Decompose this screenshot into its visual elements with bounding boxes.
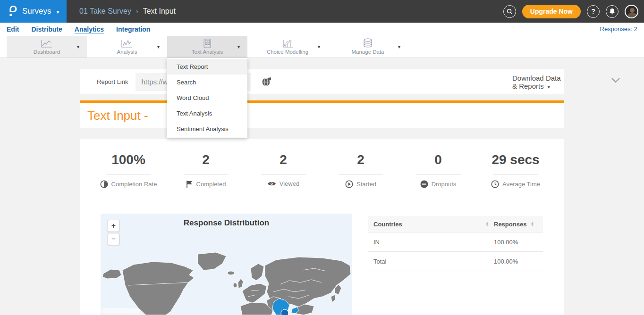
search-icon[interactable]: [503, 5, 516, 18]
tab-analysis[interactable]: Analysis ▾: [87, 36, 167, 58]
countries-table-header: Countries ▲▼ Responses ▲▼: [368, 216, 543, 232]
download-caret-icon: ▾: [548, 84, 550, 90]
database-icon: [362, 39, 373, 48]
report-content-panel: 100% Completion Rate 2 Completed: [80, 139, 564, 315]
nav-item-edit[interactable]: Edit: [7, 25, 19, 33]
report-link-bar: Report Link https://ww Download Data & R…: [80, 69, 564, 94]
tab-choice-modelling[interactable]: Choice Modelling ▾: [247, 36, 328, 58]
menu-item-sentiment-analysis[interactable]: Sentiment Analysis: [167, 121, 247, 137]
survey-nav: Edit Distribute Analytics Integration: [0, 23, 644, 36]
upgrade-now-button[interactable]: Upgrade Now: [522, 5, 581, 18]
tab-dashboard[interactable]: Dashboard ▾: [7, 36, 87, 58]
top-bar: Surveys ▼ 01 Take Survey › Text Input Up…: [0, 0, 644, 23]
countries-table: Countries ▲▼ Responses ▲▼ IN 100.00% Tot…: [368, 216, 543, 271]
map-response-marker: [281, 309, 288, 315]
collapse-chevron-icon[interactable]: [611, 78, 620, 83]
brand-surveys-menu[interactable]: Surveys ▼: [0, 0, 67, 23]
breadcrumb-separator: ›: [136, 8, 138, 15]
stat-completed: 2 Completed: [167, 152, 245, 188]
nav-item-distribute[interactable]: Distribute: [31, 25, 62, 33]
world-map[interactable]: [101, 251, 352, 315]
responses-cell: 100.00%: [494, 239, 543, 246]
breadcrumb-survey-name[interactable]: 01 Take Survey: [79, 7, 131, 16]
scatter-chart-icon: [281, 39, 294, 48]
countries-column-header: Countries: [373, 221, 402, 228]
stat-viewed: 2 Viewed: [245, 152, 322, 188]
menu-item-word-cloud[interactable]: Word Cloud: [167, 90, 247, 106]
report-link-label: Report Link: [97, 78, 128, 85]
breadcrumb: 01 Take Survey › Text Input: [79, 0, 176, 23]
map-zoom-out-button[interactable]: −: [108, 233, 119, 245]
menu-item-text-report[interactable]: Text Report: [167, 59, 247, 75]
brand-label: Surveys: [22, 7, 51, 16]
tab-text-analysis[interactable]: Text Analysis ▾: [167, 36, 247, 58]
page-title: Text Input -: [87, 108, 148, 123]
stat-started: 2 Started: [322, 152, 399, 188]
sort-countries-icon[interactable]: ▲▼: [485, 222, 489, 226]
responses-cell: 100.00%: [494, 258, 543, 265]
help-icon[interactable]: ?: [587, 5, 600, 18]
topbar-actions: Upgrade Now ?: [503, 0, 638, 23]
menu-item-search[interactable]: Search: [167, 75, 247, 90]
minus-circle-icon: [420, 180, 428, 188]
stats-row: 100% Completion Rate 2 Completed: [90, 152, 554, 188]
play-circle-icon: [345, 180, 353, 188]
breadcrumb-page-name: Text Input: [143, 7, 176, 16]
brand-caret-icon: ▼: [55, 9, 60, 15]
questionpro-logo-icon: [8, 5, 18, 17]
table-row-total: Total 100.00%: [368, 252, 543, 271]
responses-count: Responses: 2: [600, 25, 638, 33]
responses-column-header: Responses: [494, 221, 526, 228]
nav-item-integration[interactable]: Integration: [116, 25, 150, 33]
flag-icon: [186, 180, 193, 188]
country-cell: IN: [368, 239, 494, 246]
tab-caret-icon[interactable]: ▾: [237, 44, 240, 50]
user-avatar[interactable]: [625, 5, 638, 18]
analytics-toolbar: Dashboard ▾ Analysis ▾ Text Analysis ▾ C…: [0, 36, 644, 58]
tab-caret-icon[interactable]: ▾: [77, 44, 79, 50]
stat-average-time: 29 secs Average Time: [477, 152, 554, 188]
menu-item-text-analysis[interactable]: Text Analysis: [167, 106, 247, 121]
line-chart-icon: [41, 39, 53, 48]
globe-lock-icon[interactable]: [262, 77, 271, 87]
tab-caret-icon[interactable]: ▾: [318, 44, 320, 50]
text-report-icon: [202, 39, 212, 48]
half-circle-icon: [100, 180, 108, 188]
nav-item-analytics[interactable]: Analytics: [75, 25, 104, 33]
eye-icon: [267, 181, 276, 187]
title-panel: Text Input -: [80, 103, 564, 128]
table-row: IN 100.00%: [368, 232, 543, 252]
map-attribution: [102, 308, 140, 314]
stat-dropouts: 0 Dropouts: [399, 152, 477, 188]
map-zoom-in-button[interactable]: +: [108, 220, 119, 232]
download-data-reports-dropdown[interactable]: Download Data & Reports▾: [512, 74, 564, 90]
tab-caret-icon[interactable]: ▾: [157, 44, 160, 50]
response-distribution-map[interactable]: Response Distribution + −: [101, 214, 352, 315]
map-title: Response Distribution: [101, 218, 352, 228]
stat-completion-rate: 100% Completion Rate: [90, 152, 167, 188]
clock-icon: [491, 180, 499, 188]
text-analysis-menu: Text Report Search Word Cloud Text Analy…: [167, 58, 247, 138]
sort-responses-icon[interactable]: ▲▼: [530, 222, 534, 226]
tab-manage-data[interactable]: Manage Data ▾: [328, 36, 408, 58]
tab-caret-icon[interactable]: ▾: [398, 44, 400, 50]
notifications-bell-icon[interactable]: [606, 5, 619, 18]
country-cell: Total: [368, 258, 494, 265]
multi-line-chart-icon: [121, 39, 133, 48]
